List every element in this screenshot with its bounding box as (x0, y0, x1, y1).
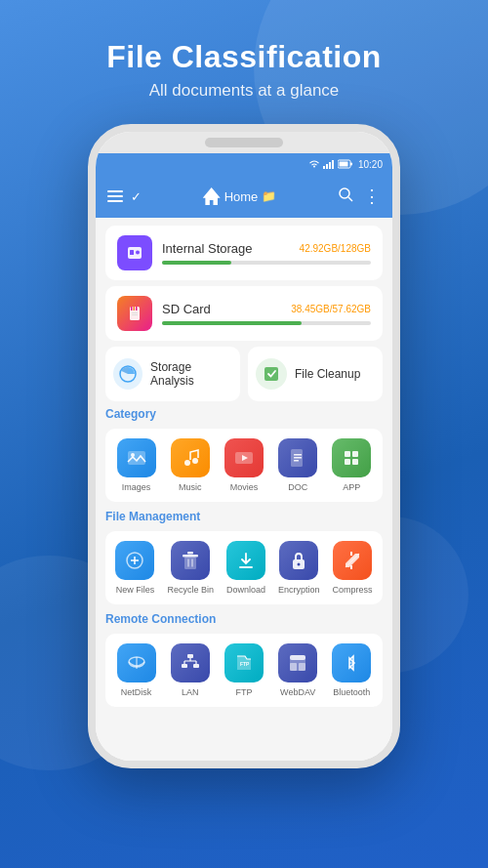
toolbar-left: ✓ (107, 189, 142, 204)
svg-rect-60 (299, 663, 305, 671)
encryption-icon (279, 541, 318, 580)
analysis-icon (118, 364, 138, 384)
app-svg (341, 447, 362, 469)
compress-item[interactable]: Compress (332, 541, 372, 595)
category-doc[interactable]: DOC (278, 438, 317, 492)
doc-svg (287, 447, 308, 469)
bluetooth-item[interactable]: Bluetooth (332, 643, 371, 697)
hamburger-menu[interactable] (107, 190, 123, 202)
compress-icon (333, 541, 372, 580)
new-files-icon (115, 541, 154, 580)
toolbar-center: Home 📁 (149, 187, 330, 205)
svg-rect-50 (182, 664, 187, 668)
svg-rect-0 (323, 166, 325, 169)
images-label: Images (122, 482, 151, 492)
encryption-item[interactable]: Encryption (278, 541, 320, 595)
search-icon[interactable] (338, 186, 353, 206)
svg-point-22 (184, 460, 190, 466)
phone-body: 10:20 ✓ Home 📁 (88, 124, 400, 768)
internal-storage-card[interactable]: Internal Storage 42.92GB/128GB (105, 226, 383, 280)
file-management-title: File Management (105, 510, 383, 523)
sd-card-name: SD Card (162, 302, 211, 316)
svg-point-23 (192, 458, 198, 464)
storage-analysis-icon (113, 358, 142, 390)
folder-icon: 📁 (262, 189, 276, 203)
status-icons: 10:20 (308, 159, 383, 170)
lan-item[interactable]: LAN (171, 643, 210, 697)
app-title: File Classification (106, 39, 382, 75)
remote-connection-section: Remote Connection NetDisk (105, 612, 383, 707)
recycle-bin-icon (171, 541, 210, 580)
svg-rect-19 (264, 367, 278, 381)
status-time: 10:20 (358, 159, 383, 170)
file-management-grid: New Files (105, 531, 383, 604)
internal-storage-icon (117, 235, 152, 270)
svg-rect-31 (352, 451, 358, 457)
category-section: Category Images (105, 407, 383, 502)
category-movies[interactable]: Movies (224, 438, 264, 492)
app-subtitle: All documents at a glance (106, 81, 382, 101)
download-item[interactable]: Download (226, 541, 265, 595)
check-icon: ✓ (131, 189, 142, 204)
compress-svg (342, 550, 363, 571)
signal-icon (323, 159, 335, 169)
sd-card-size: 38.45GB/57.62GB (291, 304, 371, 314)
svg-rect-15 (136, 307, 138, 310)
webdav-icon (278, 643, 317, 682)
phone-mockup: 10:20 ✓ Home 📁 (88, 124, 400, 768)
download-label: Download (226, 585, 265, 595)
svg-rect-28 (294, 457, 302, 459)
category-grid: Images Music (105, 429, 383, 502)
encryption-svg (288, 550, 309, 571)
more-options-icon[interactable]: ⋮ (363, 186, 381, 207)
svg-point-44 (298, 563, 301, 566)
category-music[interactable]: Music (171, 438, 210, 492)
internal-storage-info: Internal Storage 42.92GB/128GB (162, 241, 371, 265)
svg-rect-17 (132, 314, 138, 315)
svg-text:FTP: FTP (240, 661, 250, 667)
ftp-item[interactable]: FTP FTP (224, 643, 264, 697)
ftp-label: FTP (235, 687, 252, 697)
svg-line-8 (348, 197, 352, 201)
download-icon (226, 541, 265, 580)
storage-analysis-card[interactable]: Storage Analysis (105, 347, 240, 401)
download-svg (235, 550, 257, 571)
webdav-svg (287, 652, 308, 674)
phone-top-bezel (96, 132, 392, 153)
svg-rect-13 (131, 307, 133, 310)
scrollable-content[interactable]: Internal Storage 42.92GB/128GB (96, 218, 392, 768)
sd-card-card[interactable]: SD Card 38.45GB/57.62GB (105, 286, 383, 341)
svg-rect-3 (332, 160, 334, 169)
netdisk-label: NetDisk (121, 687, 152, 697)
category-app[interactable]: APP (332, 438, 371, 492)
phone-notch (205, 138, 283, 147)
svg-rect-39 (187, 552, 193, 555)
lan-label: LAN (182, 687, 199, 697)
netdisk-item[interactable]: NetDisk (117, 643, 156, 697)
new-files-item[interactable]: New Files (115, 541, 154, 595)
svg-rect-14 (134, 307, 136, 310)
images-svg (126, 447, 147, 469)
webdav-item[interactable]: WebDAV (278, 643, 317, 697)
recycle-bin-label: Recycle Bin (167, 585, 214, 595)
svg-rect-29 (294, 460, 299, 462)
svg-rect-37 (184, 557, 196, 569)
recycle-bin-item[interactable]: Recycle Bin (167, 541, 214, 595)
movies-svg (233, 447, 255, 469)
movies-label: Movies (230, 482, 259, 492)
category-images[interactable]: Images (117, 438, 156, 492)
bluetooth-svg (341, 652, 362, 674)
svg-rect-5 (350, 163, 352, 166)
svg-rect-27 (294, 454, 302, 456)
new-files-label: New Files (116, 585, 155, 595)
internal-storage-bar (162, 261, 231, 265)
file-cleanup-card[interactable]: File Cleanup (248, 347, 383, 401)
svg-rect-49 (187, 654, 193, 658)
movies-icon (224, 438, 264, 477)
svg-rect-59 (290, 663, 297, 671)
internal-storage-size: 42.92GB/128GB (300, 243, 371, 254)
svg-point-11 (136, 251, 140, 255)
file-cleanup-icon (256, 358, 287, 390)
encryption-label: Encryption (278, 585, 320, 595)
svg-rect-45 (350, 552, 352, 556)
